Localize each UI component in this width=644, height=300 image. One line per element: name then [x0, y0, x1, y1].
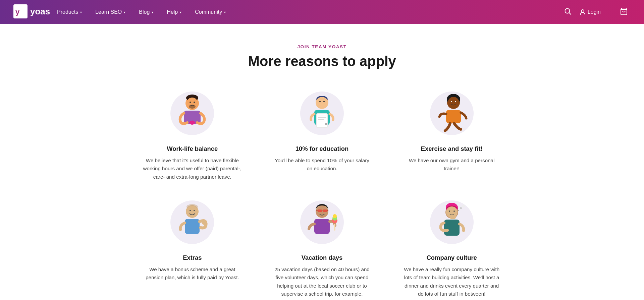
navbar: y yoast Products ▾ Learn SEO ▾ Blog ▾ He…	[0, 0, 644, 24]
card-work-life-balance: Work-life balance We believe that it's u…	[134, 88, 251, 181]
card-desc-extras: We have a bonus scheme and a great pensi…	[142, 265, 243, 282]
card-desc-exercise: We have our own gym and a personal train…	[401, 157, 502, 173]
card-extras: Extras We have a bonus scheme and a grea…	[134, 197, 251, 298]
nav-item-learn-seo[interactable]: Learn SEO ▾	[89, 0, 132, 24]
card-desc-vacation: 25 vacation days (based on 40 hours) and…	[272, 265, 372, 298]
svg-text:yoast: yoast	[30, 6, 50, 16]
svg-point-58	[458, 210, 459, 211]
card-desc-culture: We have a really fun company culture wit…	[401, 265, 502, 298]
nav-item-community[interactable]: Community ▾	[188, 0, 232, 24]
svg-rect-41	[318, 209, 322, 212]
section-tag: JOIN TEAM YOAST	[134, 44, 510, 49]
chevron-down-icon: ▾	[80, 10, 82, 14]
svg-point-38	[202, 221, 207, 225]
card-title-vacation: Vacation days	[302, 254, 343, 261]
chevron-down-icon: ▾	[124, 10, 125, 14]
svg-point-54	[449, 211, 450, 212]
svg-point-5	[581, 10, 584, 12]
svg-point-12	[194, 102, 195, 103]
svg-point-50	[333, 214, 337, 218]
cart-icon[interactable]	[617, 5, 631, 20]
card-desc-education: You'll be able to spend 10% of your sala…	[272, 157, 372, 173]
illustration-extras	[167, 197, 217, 247]
svg-rect-37	[185, 219, 200, 234]
nav-item-blog[interactable]: Blog ▾	[132, 0, 160, 24]
chevron-down-icon: ▾	[152, 10, 153, 14]
chevron-down-icon: ▾	[224, 10, 226, 14]
svg-line-4	[569, 12, 571, 14]
svg-rect-46	[314, 219, 330, 234]
svg-point-10	[189, 105, 196, 109]
svg-rect-57	[444, 220, 460, 236]
svg-point-11	[190, 102, 191, 103]
login-button[interactable]: Login	[580, 9, 601, 15]
svg-point-30	[455, 101, 456, 102]
svg-rect-42	[323, 209, 327, 212]
card-title-work-life-balance: Work-life balance	[167, 145, 218, 153]
svg-point-15	[316, 97, 328, 108]
nav-links: Products ▾ Learn SEO ▾ Blog ▾ Help ▾ Com…	[50, 0, 561, 24]
card-title-exercise: Exercise and stay fit!	[421, 145, 483, 153]
illustration-exercise	[427, 88, 477, 138]
card-vacation: Vacation days 25 vacation days (based on…	[264, 197, 380, 298]
svg-point-35	[190, 210, 191, 211]
card-title-education: 10% for education	[296, 145, 348, 153]
svg-point-29	[451, 101, 452, 102]
nav-item-products[interactable]: Products ▾	[50, 0, 89, 24]
illustration-education	[297, 88, 347, 138]
card-culture: Company culture We have a really fun com…	[393, 197, 510, 298]
search-icon[interactable]	[561, 5, 574, 19]
svg-point-25	[325, 123, 327, 125]
logo[interactable]: y yoast	[13, 4, 50, 20]
card-exercise: Exercise and stay fit! We have our own g…	[393, 88, 510, 181]
card-title-culture: Company culture	[427, 254, 477, 261]
illustration-culture	[427, 197, 477, 247]
svg-point-55	[453, 211, 455, 212]
main-content: JOIN TEAM YOAST More reasons to apply	[121, 24, 523, 300]
nav-item-help[interactable]: Help ▾	[160, 0, 188, 24]
svg-rect-31	[446, 110, 461, 123]
svg-point-60	[462, 205, 465, 207]
svg-rect-47	[334, 224, 335, 231]
illustration-vacation	[297, 197, 347, 247]
nav-divider	[609, 7, 609, 17]
svg-text:y: y	[15, 8, 20, 16]
card-desc-work-life-balance: We believe that it's useful to have flex…	[142, 157, 243, 181]
card-education: 10% for education You'll be able to spen…	[264, 88, 380, 181]
card-title-extras: Extras	[183, 254, 202, 261]
svg-point-28	[448, 97, 459, 108]
svg-point-56	[449, 215, 456, 219]
section-title: More reasons to apply	[134, 53, 510, 69]
svg-point-34	[186, 206, 198, 217]
svg-point-17	[323, 101, 325, 102]
cards-grid: Work-life balance We believe that it's u…	[134, 88, 510, 298]
svg-point-16	[319, 101, 321, 102]
nav-right: Login	[561, 5, 631, 20]
svg-point-36	[194, 210, 195, 211]
illustration-work-life-balance	[167, 88, 217, 138]
chevron-down-icon: ▾	[180, 10, 181, 14]
svg-point-59	[460, 207, 462, 209]
